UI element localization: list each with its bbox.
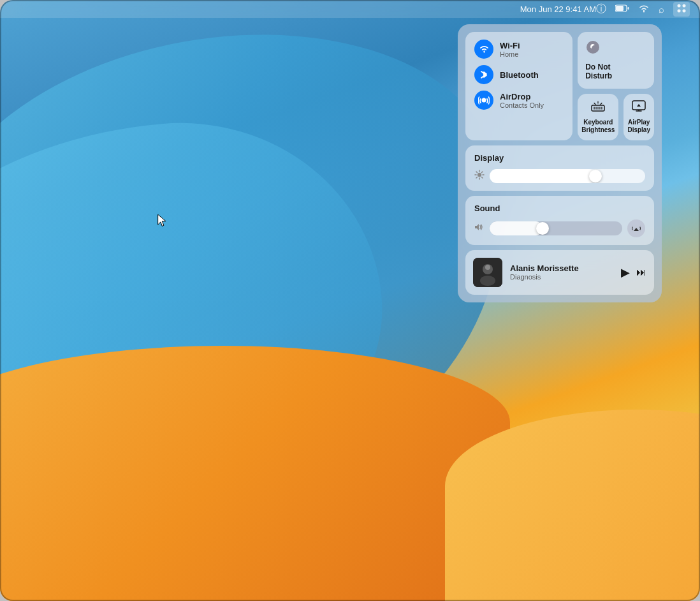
bluetooth-text: Bluetooth xyxy=(500,70,539,80)
play-button[interactable]: ▶ xyxy=(621,265,630,279)
small-buttons-row: KeyboardBrightness AirPlayDisplay xyxy=(578,94,654,140)
svg-point-6 xyxy=(683,9,686,12)
airdrop-text: AirDrop Contacts Only xyxy=(500,92,544,109)
airdrop-sub: Contacts Only xyxy=(500,101,544,109)
keyboard-brightness-button[interactable]: KeyboardBrightness xyxy=(578,94,618,140)
airdrop-name: AirDrop xyxy=(500,92,544,101)
now-playing-section: Alanis Morissette Diagnosis ▶ ⏭ xyxy=(465,250,654,295)
control-center-icon[interactable] xyxy=(673,2,690,17)
track-info: Alanis Morissette Diagnosis xyxy=(510,263,613,281)
datetime-text: Mon Jun 22 9:41 AM xyxy=(520,4,596,14)
bluetooth-item[interactable]: Bluetooth xyxy=(474,65,564,84)
airplay-display-label: AirPlayDisplay xyxy=(627,119,650,134)
menubar-right: ⓘ ⌕ xyxy=(596,2,690,17)
svg-rect-2 xyxy=(628,7,629,10)
display-slider-row xyxy=(474,169,645,183)
svg-line-16 xyxy=(594,103,595,104)
display-title: Display xyxy=(474,153,645,163)
svg-point-5 xyxy=(678,9,681,12)
track-name: Alanis Morissette xyxy=(510,263,613,273)
airplay-display-icon xyxy=(632,100,646,115)
accessibility-icon[interactable]: ⓘ xyxy=(596,3,606,16)
airdrop-icon xyxy=(474,91,493,110)
svg-line-28 xyxy=(482,172,483,173)
wifi-menubar-icon[interactable] xyxy=(638,4,650,15)
control-center-panel: Wi-Fi Home Bluetooth xyxy=(458,24,662,302)
wifi-name: Wi-Fi xyxy=(500,41,520,50)
spotlight-icon[interactable]: ⌕ xyxy=(659,4,664,15)
skip-button[interactable]: ⏭ xyxy=(636,267,646,278)
svg-point-33 xyxy=(485,265,490,270)
airdrop-item[interactable]: AirDrop Contacts Only xyxy=(474,91,564,110)
svg-line-17 xyxy=(601,103,602,104)
top-row: Wi-Fi Home Bluetooth xyxy=(465,32,654,140)
wifi-text: Wi-Fi Home xyxy=(500,41,520,58)
sound-slider[interactable] xyxy=(490,221,622,235)
sound-row xyxy=(474,219,645,237)
dnd-icon xyxy=(585,40,601,59)
battery-icon[interactable] xyxy=(615,4,629,14)
svg-point-4 xyxy=(683,4,686,7)
dnd-label: Do NotDisturb xyxy=(585,63,612,81)
screen: Mon Jun 22 9:41 AM ⓘ ⌕ xyxy=(0,0,700,601)
keyboard-brightness-icon xyxy=(591,100,605,115)
bluetooth-icon xyxy=(474,65,493,84)
display-slider[interactable] xyxy=(490,169,645,183)
right-column: Do NotDisturb xyxy=(578,32,654,140)
svg-line-27 xyxy=(482,177,483,179)
wifi-sub: Home xyxy=(500,50,520,58)
volume-icon xyxy=(474,223,485,234)
svg-point-21 xyxy=(478,173,481,177)
playback-controls: ▶ ⏭ xyxy=(621,265,646,279)
keyboard-brightness-label: KeyboardBrightness xyxy=(581,119,615,134)
dnd-button[interactable]: Do NotDisturb xyxy=(578,32,654,89)
network-section: Wi-Fi Home Bluetooth xyxy=(465,32,572,140)
svg-point-32 xyxy=(480,276,495,286)
album-art xyxy=(473,258,502,287)
sound-section: Sound xyxy=(465,196,654,245)
track-artist: Diagnosis xyxy=(510,273,613,281)
bluetooth-name: Bluetooth xyxy=(500,70,539,80)
menubar: Mon Jun 22 9:41 AM ⓘ ⌕ xyxy=(0,0,700,18)
svg-point-8 xyxy=(587,41,599,54)
airplay-display-button[interactable]: AirPlayDisplay xyxy=(623,94,654,140)
brightness-icon xyxy=(474,170,485,182)
svg-rect-1 xyxy=(616,6,623,11)
display-section: Display xyxy=(465,145,654,191)
menubar-datetime: Mon Jun 22 9:41 AM xyxy=(520,4,596,14)
svg-point-7 xyxy=(482,98,486,103)
sound-title: Sound xyxy=(474,204,645,213)
svg-line-26 xyxy=(476,172,478,173)
svg-point-3 xyxy=(678,4,681,7)
airplay-audio-button[interactable] xyxy=(627,219,645,237)
wifi-icon xyxy=(474,40,493,59)
svg-line-29 xyxy=(476,177,478,179)
wifi-item[interactable]: Wi-Fi Home xyxy=(474,40,564,59)
